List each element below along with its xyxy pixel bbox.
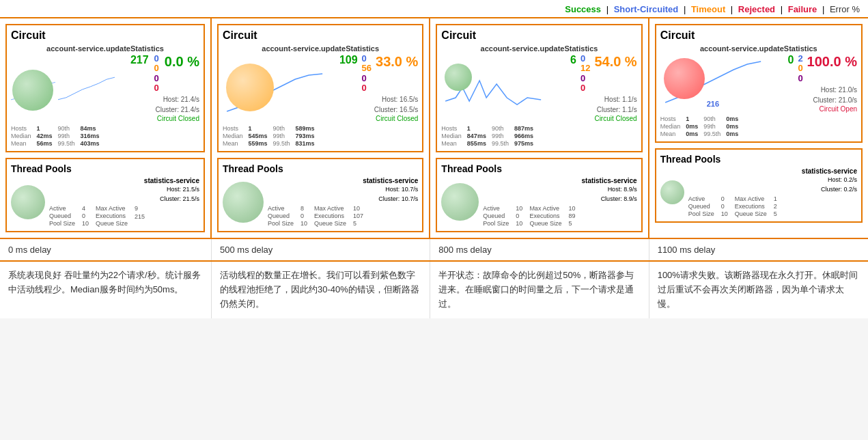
error-pct: 33.0 % bbox=[376, 54, 418, 70]
circuit-title: Circuit bbox=[660, 29, 857, 42]
pool-size-label: Pool Size bbox=[688, 210, 714, 217]
circuit-status: Circuit Closed bbox=[594, 115, 636, 122]
mean-val: 559ms bbox=[249, 140, 268, 147]
queue-size-val: 5 bbox=[568, 220, 575, 227]
thread-left-vals: 8 0 10 bbox=[300, 205, 307, 227]
thread-inner: statistics-service Host: 0.2/s Cluster: … bbox=[660, 167, 857, 217]
mean-label: Mean bbox=[223, 140, 243, 147]
rejected-count: 0 bbox=[154, 74, 159, 83]
thread-left-vals: 10 0 10 bbox=[516, 205, 522, 227]
thread-stats-area: statistics-service Host: 10.7/s Cluster:… bbox=[268, 177, 418, 227]
active-val: 10 bbox=[516, 205, 522, 212]
thread-service-name: statistics-service bbox=[268, 177, 418, 184]
timeout-count: 0 bbox=[154, 64, 159, 73]
max-active-val: 1 bbox=[774, 195, 777, 202]
circuit-panel-2: Circuit account-service.updateStatistics… bbox=[436, 24, 642, 152]
short-count: 0 bbox=[362, 54, 372, 64]
p995-val: 403ms bbox=[81, 140, 100, 147]
column-0: Circuit account-service.updateStatistics… bbox=[0, 18, 212, 239]
p90-val: 589ms bbox=[296, 125, 315, 132]
max-active-label: Max Active bbox=[96, 205, 128, 212]
thread-cluster-rate: Cluster: 0.2/s bbox=[688, 186, 857, 193]
delay-cell-1: 500 ms delay bbox=[212, 239, 430, 260]
metrics-table: Hosts Median Mean 1 42ms 56ms 90th 99th … bbox=[11, 125, 199, 147]
thread-right-vals: 10 107 5 bbox=[353, 205, 363, 227]
pool-size-val: 10 bbox=[516, 220, 522, 227]
queued-val: 0 bbox=[721, 203, 728, 210]
circuit-status: Circuit Closed bbox=[376, 115, 418, 122]
thread-right-vals: 1 2 5 bbox=[774, 195, 777, 217]
p99-val: 966ms bbox=[514, 133, 533, 139]
p90-val: 0ms bbox=[726, 115, 738, 122]
circuit-status: Circuit Open bbox=[819, 105, 857, 113]
queue-size-label: Queue Size bbox=[735, 210, 767, 217]
thread-ball bbox=[11, 185, 45, 219]
active-val: 0 bbox=[721, 195, 728, 202]
rejected-count: 0 bbox=[798, 74, 802, 83]
page: Success | Short-Circuited | Timeout | Re… bbox=[0, 0, 868, 318]
thread-panel-3: Thread Pools statistics-service Host: 0.… bbox=[655, 148, 863, 223]
queued-label: Queued bbox=[49, 212, 75, 219]
p995-val: 975ms bbox=[514, 140, 533, 147]
thread-host-rate: Host: 0.2/s bbox=[688, 176, 857, 183]
max-active-label: Max Active bbox=[529, 205, 561, 212]
queue-size-val: 215 bbox=[135, 213, 145, 220]
thread-title: Thread Pools bbox=[223, 163, 418, 174]
hosts-val: 1 bbox=[686, 115, 698, 122]
executions-label: Executions bbox=[529, 212, 561, 219]
p99-val: 793ms bbox=[296, 133, 315, 139]
median-val: 42ms bbox=[37, 133, 53, 139]
legend-failure: Failure bbox=[788, 4, 817, 14]
thread-title: Thread Pools bbox=[660, 154, 857, 165]
error-pct: 54.0 % bbox=[594, 54, 636, 70]
column-3: Circuit account-service.updateStatistics… bbox=[649, 18, 868, 239]
service-name: account-service.updateStatistics bbox=[660, 44, 857, 53]
active-val: 4 bbox=[82, 205, 89, 212]
thread-cluster-rate: Cluster: 8.9/s bbox=[483, 195, 636, 202]
thread-right-col: Max Active Executions Queue Size bbox=[735, 195, 767, 217]
thread-left-col: Active Queued Pool Size bbox=[483, 205, 509, 227]
thread-right-col: Max Active Executions Queue Size bbox=[314, 205, 346, 227]
hosts-val: 1 bbox=[249, 125, 268, 132]
max-active-val: 10 bbox=[568, 205, 575, 212]
circuit-status: Circuit Closed bbox=[157, 115, 199, 122]
pool-size-label: Pool Size bbox=[483, 220, 509, 227]
thread-inner: statistics-service Host: 8.9/s Cluster: … bbox=[441, 177, 636, 227]
thread-metrics: Active Queued Pool Size 10 0 10 Max Acti… bbox=[483, 205, 636, 227]
active-label: Active bbox=[483, 205, 509, 212]
p90-val: 887ms bbox=[514, 125, 533, 132]
success-count: 217 bbox=[130, 54, 149, 66]
queued-label: Queued bbox=[688, 203, 714, 210]
median-label: Median bbox=[11, 133, 31, 139]
timeout-count: 56 bbox=[362, 64, 372, 73]
queued-val: 0 bbox=[82, 212, 89, 219]
hosts-label: Hosts bbox=[11, 125, 31, 132]
thread-left-col: Active Queued Pool Size bbox=[268, 205, 294, 227]
legend-sep4: | bbox=[781, 4, 785, 14]
median-val: 0ms bbox=[686, 123, 698, 130]
thread-service-name: statistics-service bbox=[49, 177, 199, 184]
description-row: 系统表现良好 吞吐量约为22个请求/秒。统计服务中活动线程少。Median服务时… bbox=[0, 262, 868, 318]
median-label: Median bbox=[660, 123, 681, 130]
column-1: Circuit account-service.updateStatistics… bbox=[212, 18, 430, 239]
executions-label: Executions bbox=[735, 203, 767, 210]
pool-size-val: 10 bbox=[82, 220, 89, 227]
service-name: account-service.updateStatistics bbox=[223, 44, 418, 53]
delay-cell-0: 0 ms delay bbox=[0, 239, 212, 260]
hosts-label: Hosts bbox=[223, 125, 243, 132]
p99-val: 316ms bbox=[81, 133, 100, 139]
delay-cell-3: 1100 ms delay bbox=[649, 239, 868, 260]
hosts-val: 1 bbox=[467, 125, 486, 132]
rejected-count: 0 bbox=[580, 74, 590, 83]
thread-panel-1: Thread Pools statistics-service Host: 10… bbox=[217, 158, 423, 232]
queue-size-label: Queue Size bbox=[96, 220, 128, 227]
legend-rejected: Rejected bbox=[738, 4, 775, 14]
pool-size-val: 10 bbox=[721, 210, 728, 217]
max-active-val: 9 bbox=[135, 205, 145, 212]
median-label: Median bbox=[223, 133, 243, 139]
thread-panel-2: Thread Pools statistics-service Host: 8.… bbox=[436, 158, 642, 232]
circuit-title: Circuit bbox=[223, 29, 418, 42]
legend-success: Success bbox=[565, 4, 601, 14]
main-grid: Circuit account-service.updateStatistics… bbox=[0, 17, 868, 239]
delay-cell-2: 800 ms delay bbox=[430, 239, 649, 260]
